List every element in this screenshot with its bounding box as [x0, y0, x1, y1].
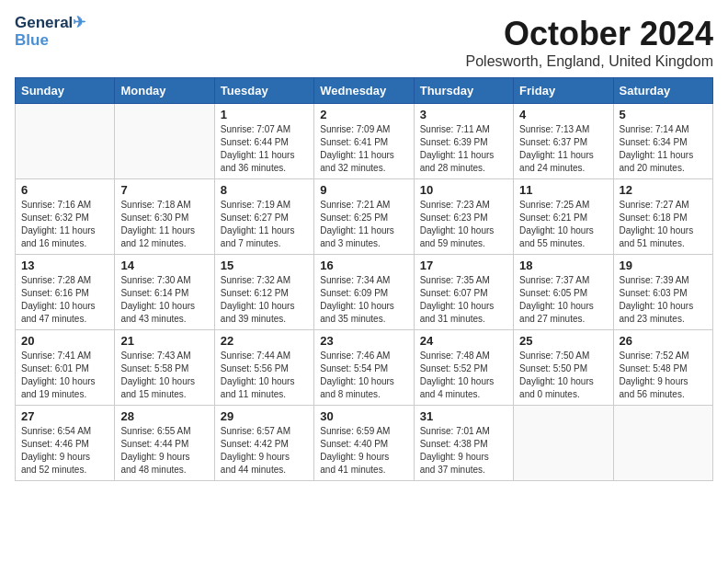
calendar-cell: 6Sunrise: 7:16 AM Sunset: 6:32 PM Daylig…	[16, 179, 115, 255]
day-number: 1	[221, 108, 308, 121]
weekday-header-monday: Monday	[115, 78, 214, 104]
cell-info: Sunrise: 7:44 AM Sunset: 5:56 PM Dayligh…	[221, 350, 308, 401]
day-number: 12	[620, 183, 707, 197]
cell-info: Sunrise: 7:07 AM Sunset: 6:44 PM Dayligh…	[221, 123, 308, 175]
day-number: 11	[519, 183, 607, 197]
cell-info: Sunrise: 7:09 AM Sunset: 6:41 PM Dayligh…	[320, 123, 407, 175]
day-number: 15	[221, 259, 308, 272]
cell-info: Sunrise: 7:28 AM Sunset: 6:16 PM Dayligh…	[21, 274, 108, 326]
cell-info: Sunrise: 6:55 AM Sunset: 4:44 PM Dayligh…	[120, 425, 208, 477]
weekday-header-saturday: Saturday	[613, 78, 712, 104]
day-number: 3	[420, 108, 507, 121]
cell-info: Sunrise: 7:14 AM Sunset: 6:34 PM Dayligh…	[620, 123, 707, 175]
day-number: 23	[320, 334, 407, 348]
calendar-cell: 4Sunrise: 7:13 AM Sunset: 6:37 PM Daylig…	[514, 104, 613, 179]
cell-info: Sunrise: 7:41 AM Sunset: 6:01 PM Dayligh…	[21, 350, 108, 401]
cell-info: Sunrise: 7:35 AM Sunset: 6:07 PM Dayligh…	[420, 274, 507, 326]
calendar-cell: 27Sunrise: 6:54 AM Sunset: 4:46 PM Dayli…	[16, 406, 115, 481]
calendar-cell: 2Sunrise: 7:09 AM Sunset: 6:41 PM Daylig…	[314, 104, 414, 179]
calendar-cell: 24Sunrise: 7:48 AM Sunset: 5:52 PM Dayli…	[414, 330, 513, 406]
day-number: 19	[620, 259, 707, 272]
day-number: 2	[320, 108, 407, 121]
cell-info: Sunrise: 7:13 AM Sunset: 6:37 PM Dayligh…	[519, 123, 607, 175]
calendar-cell	[613, 406, 712, 481]
day-number: 22	[221, 334, 308, 348]
calendar-cell: 19Sunrise: 7:39 AM Sunset: 6:03 PM Dayli…	[613, 255, 712, 330]
calendar-cell	[16, 104, 115, 179]
cell-info: Sunrise: 7:27 AM Sunset: 6:18 PM Dayligh…	[620, 199, 707, 250]
calendar-cell: 20Sunrise: 7:41 AM Sunset: 6:01 PM Dayli…	[16, 330, 115, 406]
cell-info: Sunrise: 7:37 AM Sunset: 6:05 PM Dayligh…	[519, 274, 607, 326]
calendar-cell: 11Sunrise: 7:25 AM Sunset: 6:21 PM Dayli…	[514, 179, 613, 255]
cell-info: Sunrise: 7:50 AM Sunset: 5:50 PM Dayligh…	[519, 350, 607, 401]
day-number: 20	[21, 334, 108, 348]
calendar-cell: 13Sunrise: 7:28 AM Sunset: 6:16 PM Dayli…	[16, 255, 115, 330]
logo: General✈ Blue	[15, 15, 85, 49]
week-row-3: 13Sunrise: 7:28 AM Sunset: 6:16 PM Dayli…	[16, 255, 713, 330]
day-number: 6	[21, 183, 108, 197]
calendar-cell: 29Sunrise: 6:57 AM Sunset: 4:42 PM Dayli…	[214, 406, 313, 481]
cell-info: Sunrise: 7:01 AM Sunset: 4:38 PM Dayligh…	[420, 425, 507, 477]
calendar-cell: 23Sunrise: 7:46 AM Sunset: 5:54 PM Dayli…	[314, 330, 414, 406]
day-number: 21	[120, 334, 208, 348]
week-row-5: 27Sunrise: 6:54 AM Sunset: 4:46 PM Dayli…	[16, 406, 713, 481]
calendar-cell: 30Sunrise: 6:59 AM Sunset: 4:40 PM Dayli…	[314, 406, 414, 481]
cell-info: Sunrise: 7:48 AM Sunset: 5:52 PM Dayligh…	[420, 350, 507, 401]
calendar-cell: 28Sunrise: 6:55 AM Sunset: 4:44 PM Dayli…	[115, 406, 214, 481]
weekday-header-row: SundayMondayTuesdayWednesdayThursdayFrid…	[16, 78, 713, 104]
weekday-header-wednesday: Wednesday	[314, 78, 414, 104]
day-number: 9	[320, 183, 407, 197]
cell-info: Sunrise: 7:32 AM Sunset: 6:12 PM Dayligh…	[221, 274, 308, 326]
calendar-cell: 25Sunrise: 7:50 AM Sunset: 5:50 PM Dayli…	[514, 330, 613, 406]
calendar-cell: 18Sunrise: 7:37 AM Sunset: 6:05 PM Dayli…	[514, 255, 613, 330]
day-number: 18	[519, 259, 607, 272]
day-number: 8	[221, 183, 308, 197]
location: Polesworth, England, United Kingdom	[466, 53, 714, 70]
cell-info: Sunrise: 7:39 AM Sunset: 6:03 PM Dayligh…	[620, 274, 707, 326]
day-number: 24	[420, 334, 507, 348]
cell-info: Sunrise: 7:25 AM Sunset: 6:21 PM Dayligh…	[519, 199, 607, 250]
month-title: October 2024	[466, 15, 714, 53]
day-number: 17	[420, 259, 507, 272]
day-number: 14	[120, 259, 208, 272]
cell-info: Sunrise: 7:18 AM Sunset: 6:30 PM Dayligh…	[120, 199, 208, 250]
day-number: 27	[21, 409, 108, 423]
week-row-2: 6Sunrise: 7:16 AM Sunset: 6:32 PM Daylig…	[16, 179, 713, 255]
calendar-cell: 14Sunrise: 7:30 AM Sunset: 6:14 PM Dayli…	[115, 255, 214, 330]
weekday-header-thursday: Thursday	[414, 78, 513, 104]
cell-info: Sunrise: 7:16 AM Sunset: 6:32 PM Dayligh…	[21, 199, 108, 250]
cell-info: Sunrise: 7:11 AM Sunset: 6:39 PM Dayligh…	[420, 123, 507, 175]
week-row-1: 1Sunrise: 7:07 AM Sunset: 6:44 PM Daylig…	[16, 104, 713, 179]
day-number: 16	[320, 259, 407, 272]
day-number: 28	[120, 409, 208, 423]
day-number: 29	[221, 409, 308, 423]
cell-info: Sunrise: 6:59 AM Sunset: 4:40 PM Dayligh…	[320, 425, 407, 477]
cell-info: Sunrise: 7:43 AM Sunset: 5:58 PM Dayligh…	[120, 350, 208, 401]
logo-general: General✈	[15, 15, 85, 32]
cell-info: Sunrise: 7:19 AM Sunset: 6:27 PM Dayligh…	[221, 199, 308, 250]
calendar-cell: 10Sunrise: 7:23 AM Sunset: 6:23 PM Dayli…	[414, 179, 513, 255]
cell-info: Sunrise: 7:46 AM Sunset: 5:54 PM Dayligh…	[320, 350, 407, 401]
calendar-cell: 3Sunrise: 7:11 AM Sunset: 6:39 PM Daylig…	[414, 104, 513, 179]
page-header: General✈ Blue October 2024 Polesworth, E…	[15, 15, 713, 70]
calendar-cell: 17Sunrise: 7:35 AM Sunset: 6:07 PM Dayli…	[414, 255, 513, 330]
calendar-cell: 26Sunrise: 7:52 AM Sunset: 5:48 PM Dayli…	[613, 330, 712, 406]
calendar-cell: 31Sunrise: 7:01 AM Sunset: 4:38 PM Dayli…	[414, 406, 513, 481]
day-number: 30	[320, 409, 407, 423]
title-block: October 2024 Polesworth, England, United…	[466, 15, 714, 70]
day-number: 13	[21, 259, 108, 272]
day-number: 31	[420, 409, 507, 423]
calendar-cell: 8Sunrise: 7:19 AM Sunset: 6:27 PM Daylig…	[214, 179, 313, 255]
weekday-header-sunday: Sunday	[16, 78, 115, 104]
cell-info: Sunrise: 7:52 AM Sunset: 5:48 PM Dayligh…	[620, 350, 707, 401]
calendar-cell: 5Sunrise: 7:14 AM Sunset: 6:34 PM Daylig…	[613, 104, 712, 179]
cell-info: Sunrise: 6:54 AM Sunset: 4:46 PM Dayligh…	[21, 425, 108, 477]
calendar-cell	[115, 104, 214, 179]
day-number: 7	[120, 183, 208, 197]
day-number: 26	[620, 334, 707, 348]
day-number: 10	[420, 183, 507, 197]
day-number: 25	[519, 334, 607, 348]
cell-info: Sunrise: 7:34 AM Sunset: 6:09 PM Dayligh…	[320, 274, 407, 326]
calendar-cell: 7Sunrise: 7:18 AM Sunset: 6:30 PM Daylig…	[115, 179, 214, 255]
weekday-header-friday: Friday	[514, 78, 613, 104]
